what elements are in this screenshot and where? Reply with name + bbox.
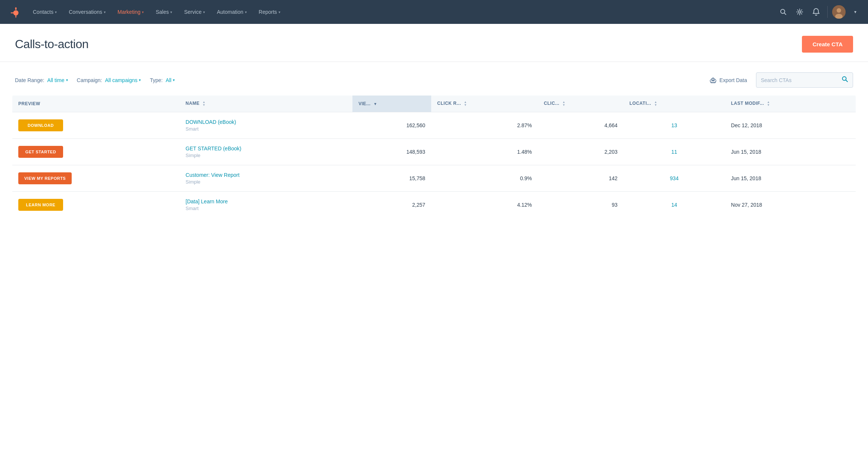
nav-item-service[interactable]: Service ▾ <box>178 0 211 24</box>
hubspot-logo[interactable] <box>6 6 24 18</box>
cta-name-link-1[interactable]: GET STARTED (eBook) <box>186 145 346 151</box>
col-header-locations[interactable]: LOCATI... ▲▼ <box>623 96 725 112</box>
cell-views-1: 148,593 <box>352 139 431 165</box>
preview-button-1[interactable]: GET STARTED <box>18 146 63 158</box>
svg-line-12 <box>846 80 848 82</box>
cell-last-modified-0: Dec 12, 2018 <box>725 112 856 139</box>
col-header-preview: PREVIEW <box>12 96 180 112</box>
export-data-button[interactable]: Export Data <box>710 77 747 84</box>
nav-item-sales[interactable]: Sales ▾ <box>150 0 178 24</box>
chevron-down-icon: ▾ <box>279 10 280 14</box>
cta-type-1: Simple <box>186 153 200 158</box>
nav-item-automation[interactable]: Automation ▾ <box>211 0 253 24</box>
chevron-down-icon: ▾ <box>139 78 141 82</box>
col-header-last-modified[interactable]: LAST MODIF... ▲▼ <box>725 96 856 112</box>
col-header-click-rate[interactable]: CLICK R... ▲▼ <box>431 96 538 112</box>
campaign-select[interactable]: All campaigns ▾ <box>105 77 141 83</box>
nav-item-reports[interactable]: Reports ▾ <box>253 0 286 24</box>
chevron-down-icon: ▾ <box>55 10 57 14</box>
preview-button-2[interactable]: VIEW MY REPORTS <box>18 172 72 184</box>
nav-item-conversations[interactable]: Conversations ▾ <box>63 0 112 24</box>
nav-right: ▾ <box>777 5 862 19</box>
create-cta-button[interactable]: Create CTA <box>802 36 853 53</box>
chevron-down-icon: ▾ <box>170 10 172 14</box>
user-avatar[interactable] <box>832 5 846 19</box>
cell-clicks-2: 142 <box>538 165 623 192</box>
svg-point-6 <box>799 11 801 13</box>
type-select[interactable]: All ▾ <box>166 77 175 83</box>
sort-icons-clicks: ▲▼ <box>562 101 565 107</box>
cell-locations-1: 11 <box>623 139 725 165</box>
cell-last-modified-1: Jun 15, 2018 <box>725 139 856 165</box>
cell-views-2: 15,758 <box>352 165 431 192</box>
chevron-down-icon: ▾ <box>173 78 175 82</box>
cell-views-3: 2,257 <box>352 192 431 218</box>
chevron-down-icon: ▾ <box>142 10 144 14</box>
notifications-icon-button[interactable] <box>809 5 823 19</box>
cell-click-rate-0: 2.87% <box>431 112 538 139</box>
cell-last-modified-2: Jun 15, 2018 <box>725 165 856 192</box>
navbar: Contacts ▾ Conversations ▾ Marketing ▾ S… <box>0 0 868 24</box>
table-row: GET STARTED GET STARTED (eBook) Simple 1… <box>12 139 856 165</box>
table-row: LEARN MORE [Data] Learn More Smart 2,257… <box>12 192 856 218</box>
filters-row: Date Range: All time ▾ Campaign: All cam… <box>0 62 868 95</box>
chevron-down-icon: ▾ <box>104 10 106 14</box>
campaign-label: Campaign: <box>77 77 102 83</box>
table-row: VIEW MY REPORTS Customer: View Report Si… <box>12 165 856 192</box>
search-box <box>756 72 853 88</box>
date-range-filter: Date Range: All time ▾ <box>15 77 68 83</box>
cta-type-0: Smart <box>186 126 199 132</box>
user-menu-chevron[interactable]: ▾ <box>849 5 862 19</box>
sort-desc-icon: ▼ <box>373 102 377 106</box>
svg-point-1 <box>15 12 18 15</box>
chevron-down-icon: ▾ <box>203 10 205 14</box>
preview-button-0[interactable]: DOWNLOAD <box>18 119 63 131</box>
cell-locations-3: 14 <box>623 192 725 218</box>
cell-click-rate-1: 1.48% <box>431 139 538 165</box>
cell-preview-1: GET STARTED <box>12 139 180 165</box>
cell-name-1: GET STARTED (eBook) Simple <box>180 139 352 165</box>
cta-name-link-0[interactable]: DOWNLOAD (eBook) <box>186 119 346 125</box>
location-link-0[interactable]: 13 <box>671 122 677 128</box>
svg-line-5 <box>784 13 786 15</box>
settings-icon-button[interactable] <box>793 5 806 19</box>
cell-preview-2: VIEW MY REPORTS <box>12 165 180 192</box>
export-icon <box>710 77 716 84</box>
nav-item-contacts[interactable]: Contacts ▾ <box>27 0 63 24</box>
nav-divider <box>827 6 828 18</box>
cell-locations-2: 934 <box>623 165 725 192</box>
col-header-views[interactable]: VIE... ▼ <box>352 96 431 112</box>
date-range-select[interactable]: All time ▾ <box>47 77 68 83</box>
search-input[interactable] <box>761 77 839 83</box>
sort-icons-locations: ▲▼ <box>654 101 657 107</box>
col-header-name[interactable]: NAME ▲▼ <box>180 96 352 112</box>
cell-name-3: [Data] Learn More Smart <box>180 192 352 218</box>
search-icon[interactable] <box>841 76 848 84</box>
cell-preview-0: DOWNLOAD <box>12 112 180 139</box>
location-link-1[interactable]: 11 <box>671 149 677 155</box>
nav-item-marketing[interactable]: Marketing ▾ <box>112 0 150 24</box>
table-header-row: PREVIEW NAME ▲▼ VIE... ▼ CLICK R... <box>12 96 856 112</box>
location-link-2[interactable]: 934 <box>670 175 678 181</box>
sort-icons-modified: ▲▼ <box>767 101 770 107</box>
cell-locations-0: 13 <box>623 112 725 139</box>
sort-icons-name: ▲▼ <box>202 101 205 107</box>
col-header-clicks[interactable]: CLIC... ▲▼ <box>538 96 623 112</box>
cell-click-rate-3: 4.12% <box>431 192 538 218</box>
cta-type-2: Simple <box>186 179 200 185</box>
preview-button-3[interactable]: LEARN MORE <box>18 199 63 211</box>
location-link-3[interactable]: 14 <box>671 202 677 208</box>
cell-name-2: Customer: View Report Simple <box>180 165 352 192</box>
page-header: Calls-to-action Create CTA <box>0 24 868 62</box>
cta-type-3: Smart <box>186 206 199 211</box>
main-content: Calls-to-action Create CTA Date Range: A… <box>0 24 868 460</box>
cta-name-link-2[interactable]: Customer: View Report <box>186 172 346 178</box>
chevron-down-icon: ▾ <box>66 78 68 82</box>
cell-preview-3: LEARN MORE <box>12 192 180 218</box>
svg-point-8 <box>837 8 841 13</box>
cell-click-rate-2: 0.9% <box>431 165 538 192</box>
chevron-down-icon: ▾ <box>245 10 247 14</box>
nav-items: Contacts ▾ Conversations ▾ Marketing ▾ S… <box>27 0 777 24</box>
search-icon-button[interactable] <box>777 5 790 19</box>
cta-name-link-3[interactable]: [Data] Learn More <box>186 198 346 204</box>
